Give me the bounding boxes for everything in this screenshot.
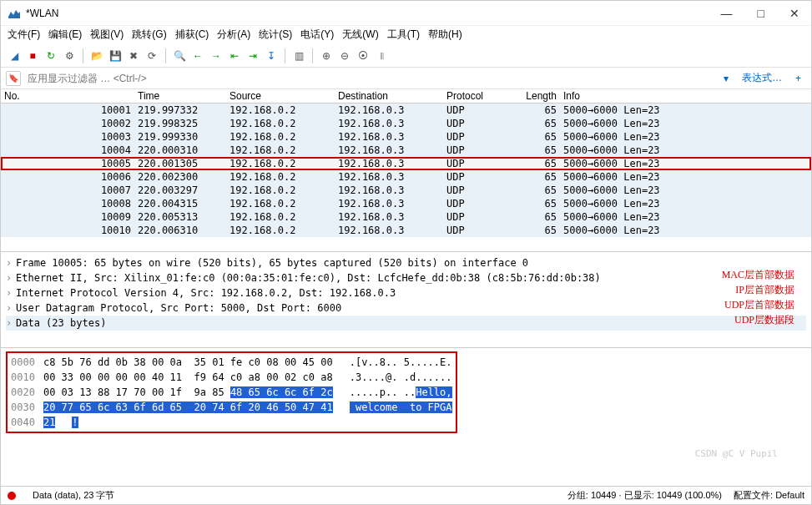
packet-bytes[interactable]: 0000c8 5b 76 dd 0b 38 00 0a 35 01 fe c0 … (1, 348, 811, 486)
packet-row[interactable]: 10008220.004315192.168.0.2192.168.0.3UDP… (1, 197, 811, 210)
anno-mac: MAC层首部数据 (722, 267, 794, 282)
restart-capture-icon[interactable]: ↻ (43, 48, 59, 64)
separator (83, 48, 83, 63)
titlebar: *WLAN — □ ✕ (1, 1, 811, 26)
menu-help[interactable]: 帮助(H) (428, 28, 462, 43)
minimize-button[interactable]: — (716, 5, 738, 22)
col-dst[interactable]: Destination (335, 89, 443, 103)
menu-edit[interactable]: 编辑(E) (48, 28, 82, 43)
find-icon[interactable]: 🔍 (171, 48, 188, 64)
anno-udph: UDP层首部数据 (724, 297, 794, 312)
expand-icon[interactable]: › (6, 270, 16, 285)
go-last-icon[interactable]: ⇥ (245, 48, 261, 64)
col-len[interactable]: Length (510, 89, 560, 103)
auto-scroll-icon[interactable]: ↧ (263, 48, 280, 64)
start-capture-icon[interactable]: ◢ (6, 48, 23, 64)
menu-capture[interactable]: 捕获(C) (175, 28, 209, 43)
wireshark-logo-icon (8, 7, 21, 20)
display-filter-input[interactable] (24, 71, 715, 86)
hex-row[interactable]: 002000 03 13 88 17 70 00 1f 9a 85 48 65 … (11, 385, 452, 400)
maximize-button[interactable]: □ (753, 5, 769, 22)
colorize-icon[interactable]: ▥ (290, 48, 307, 64)
packet-row[interactable]: 10010220.006310192.168.0.2192.168.0.3UDP… (1, 224, 811, 237)
col-proto[interactable]: Protocol (443, 89, 510, 103)
detail-data[interactable]: Data (23 bytes) (16, 316, 106, 331)
hex-row[interactable]: 001000 33 00 00 00 00 40 11 f9 64 c0 a8 … (11, 370, 452, 385)
save-file-icon[interactable]: 💾 (107, 48, 124, 64)
menu-wireless[interactable]: 无线(W) (342, 28, 378, 43)
detail-frame[interactable]: Frame 10005: 65 bytes on wire (520 bits)… (16, 255, 528, 270)
options-icon[interactable]: ⚙ (61, 48, 78, 64)
packet-list-header: No. Time Source Destination Protocol Len… (1, 89, 811, 104)
zoom-reset-icon[interactable]: ⦿ (355, 48, 371, 64)
expand-icon[interactable]: › (6, 255, 16, 270)
go-next-icon[interactable]: → (208, 48, 224, 64)
col-time[interactable]: Time (134, 89, 226, 103)
menu-telephony[interactable]: 电话(Y) (300, 28, 334, 43)
col-src[interactable]: Source (226, 89, 335, 103)
detail-ip[interactable]: Internet Protocol Version 4, Src: 192.16… (16, 285, 396, 300)
packet-details[interactable]: ›Frame 10005: 65 bytes on wire (520 bits… (1, 252, 811, 348)
status-packets: 分组: 10449 · 已显示: 10449 (100.0%) (567, 489, 722, 502)
packet-row[interactable]: 10005220.001305192.168.0.2192.168.0.3UDP… (1, 157, 811, 170)
status-field: Data (data), 23 字节 (33, 489, 114, 502)
hex-row[interactable]: 004021! (11, 415, 452, 430)
packet-row[interactable]: 10006220.002300192.168.0.2192.168.0.3UDP… (1, 170, 811, 184)
open-file-icon[interactable]: 📂 (88, 48, 105, 64)
zoom-out-icon[interactable]: ⊖ (336, 48, 353, 64)
reload-icon[interactable]: ⟳ (144, 48, 160, 64)
packet-row[interactable]: 10001219.997332192.168.0.2192.168.0.3UDP… (1, 104, 811, 117)
resize-columns-icon[interactable]: ⫴ (373, 48, 390, 64)
anno-udpd: UDP层数据段 (734, 312, 794, 327)
filter-bar: 🔖 ▾ 表达式… + (1, 68, 811, 89)
menu-file[interactable]: 文件(F) (8, 28, 40, 43)
menu-view[interactable]: 视图(V) (90, 28, 124, 43)
expression-button[interactable]: 表达式… (737, 71, 787, 85)
menu-goto[interactable]: 跳转(G) (132, 28, 166, 43)
expand-icon[interactable]: › (6, 285, 16, 300)
detail-udp[interactable]: User Datagram Protocol, Src Port: 5000, … (16, 300, 341, 316)
hex-row[interactable]: 003020 77 65 6c 63 6f 6d 65 20 74 6f 20 … (11, 400, 452, 415)
separator (165, 48, 166, 63)
col-no[interactable]: No. (1, 89, 51, 103)
window-title: *WLAN (26, 8, 716, 19)
packet-row[interactable]: 10002219.998325192.168.0.2192.168.0.3UDP… (1, 117, 811, 130)
filter-dropdown-icon[interactable]: ▾ (719, 73, 734, 84)
menubar: 文件(F) 编辑(E) 视图(V) 跳转(G) 捕获(C) 分析(A) 统计(S… (1, 26, 811, 44)
expert-info-icon[interactable] (8, 492, 16, 500)
go-prev-icon[interactable]: ← (189, 48, 206, 64)
close-button[interactable]: ✕ (784, 5, 804, 22)
add-filter-button[interactable]: + (790, 73, 806, 84)
packet-row[interactable]: 10004220.000310192.168.0.2192.168.0.3UDP… (1, 144, 811, 157)
detail-ethernet[interactable]: Ethernet II, Src: Xilinx_01:fe:c0 (00:0a… (16, 270, 601, 285)
expand-icon[interactable]: › (6, 316, 16, 331)
separator (285, 48, 285, 63)
packet-row[interactable]: 10009220.005313192.168.0.2192.168.0.3UDP… (1, 210, 811, 224)
go-first-icon[interactable]: ⇤ (226, 48, 243, 64)
hex-row[interactable]: 0000c8 5b 76 dd 0b 38 00 0a 35 01 fe c0 … (11, 355, 452, 370)
packet-row[interactable]: 10007220.003297192.168.0.2192.168.0.3UDP… (1, 184, 811, 197)
toolbar: ◢ ■ ↻ ⚙ 📂 💾 ✖ ⟳ 🔍 ← → ⇤ ⇥ ↧ ▥ ⊕ ⊖ ⦿ ⫴ (1, 44, 811, 68)
zoom-in-icon[interactable]: ⊕ (318, 48, 335, 64)
close-file-icon[interactable]: ✖ (125, 48, 142, 64)
separator (312, 48, 313, 63)
menu-tools[interactable]: 工具(T) (387, 28, 420, 43)
menu-stats[interactable]: 统计(S) (259, 28, 292, 43)
col-info[interactable]: Info (560, 89, 811, 103)
packet-row[interactable]: 10003219.999330192.168.0.2192.168.0.3UDP… (1, 130, 811, 144)
menu-analyze[interactable]: 分析(A) (217, 28, 250, 43)
packet-list[interactable]: No. Time Source Destination Protocol Len… (1, 89, 811, 252)
stop-capture-icon[interactable]: ■ (24, 48, 41, 64)
watermark: CSDN @C V Pupil (695, 447, 778, 462)
status-profile[interactable]: 配置文件: Default (734, 489, 804, 502)
anno-ip: IP层首部数据 (735, 282, 794, 297)
statusbar: Data (data), 23 字节 分组: 10449 · 已显示: 1044… (1, 486, 811, 504)
filter-bookmark-icon[interactable]: 🔖 (6, 71, 21, 86)
expand-icon[interactable]: › (6, 300, 16, 316)
